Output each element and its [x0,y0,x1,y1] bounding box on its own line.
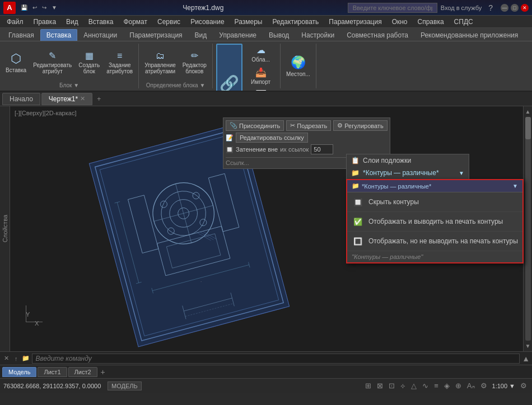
dh-item-show-print[interactable]: ✅ Отображать и выводить на печать контур… [347,212,522,232]
cmd-arrow-up-btn[interactable]: ↑ [13,355,20,362]
status-scale[interactable]: 1:100 ▼ [492,383,515,389]
doc-tab-drawing[interactable]: Чертеж1* ✕ [41,93,92,105]
ribbon-btn-import[interactable]: 📥 Импорт [245,66,277,86]
sheet-tab-model[interactable]: Модель [2,367,36,377]
cmd-close-btn[interactable]: ✕ [2,354,11,362]
dh-item-hide[interactable]: 🔲 Скрыть контуры [347,192,522,212]
doc-tab-close[interactable]: ✕ [80,95,85,102]
edit-link-button[interactable]: Редактировать ссылку [236,133,308,143]
menu-item-[interactable]: Файл [2,17,28,27]
close-button[interactable]: ✕ [521,4,529,12]
search-input[interactable] [348,3,437,13]
clip-button[interactable]: ✂ Подрезать [286,120,331,131]
doc-tab-add[interactable]: + [94,94,104,104]
ribbon-tab-7[interactable]: Настройки [295,29,340,41]
cmd-folder-btn[interactable]: 📁 [22,355,30,362]
ribbon-btn-define-attr[interactable]: ≡ Заданиеатрибутов [104,44,135,81]
ribbon-tab-6[interactable]: Вывод [263,29,295,41]
sidebar-label[interactable]: Слойства [2,215,8,242]
workspace-toggle-btn[interactable]: ⚙ [479,381,489,391]
menu-item-[interactable]: Правка [29,17,61,27]
scroll-down-btn[interactable]: ▼ [525,343,531,349]
ribbon-btn-link[interactable]: 🔗 Ссылка [216,44,242,92]
annscale-toggle-btn[interactable]: Aₙ [465,381,477,391]
menu-item-[interactable]: Вид [62,17,83,27]
menu-item-[interactable]: Окно [388,17,412,27]
status-mode-button[interactable]: МОДЕЛЬ [108,382,142,390]
maximize-button[interactable]: □ [511,4,519,12]
transparency-toggle-btn[interactable]: ◈ [442,381,451,391]
ribbon-btn-edit-attr[interactable]: ✎ Редактироватьатрибут [31,44,74,81]
ribbon-btn-create-block[interactable]: ▦ Создатьблок [76,44,102,81]
qa-more[interactable]: ▼ [50,3,59,12]
dh-item-show-print-label: Отображать и выводить на печать контуры [368,218,503,225]
settings-gear-icon[interactable]: ⚙ [519,381,529,390]
dh-item-show-noprint[interactable]: 🔳 Отображать, но не выводить на печать к… [347,232,522,251]
ribbon-tab-0[interactable]: Главная [2,29,40,41]
adjust-button[interactable]: ⚙ Регулировать [333,120,387,131]
app-logo: A [3,2,16,14]
cloud-icon: ☁ [256,45,265,55]
snap-toggle-btn[interactable]: ⊠ [375,381,385,391]
dh-item-hide-label: Скрыть контуры [368,198,419,206]
ribbon-btn-location[interactable]: 🌍 Местоп... [284,44,312,88]
dynin-toggle-btn[interactable]: ⊕ [454,381,463,391]
lineweight-toggle-btn[interactable]: ≡ [432,381,440,391]
menu-item-[interactable]: Вставка [84,17,118,27]
help-icon[interactable]: ? [488,3,493,12]
doc-tab-home[interactable]: Начало [2,93,40,105]
osnap-toggle-btn[interactable]: △ [409,381,418,391]
ribbon-btn-cloud[interactable]: ☁ Облa... [245,44,277,64]
menu-item-[interactable]: Формат [119,17,152,27]
ribbon-tab-4[interactable]: Вид [189,29,213,41]
menu-item-[interactable]: СПДС [450,17,478,27]
polar-toggle-btn[interactable]: ⟡ [399,381,407,391]
ribbon-tab-2[interactable]: Аннотации [77,29,123,41]
otrack-toggle-btn[interactable]: ∿ [421,381,430,391]
grid-toggle-btn[interactable]: ⊞ [363,381,373,391]
section-label: Ссылк... [226,159,249,166]
window-title: Чертеж1.dwg [62,4,344,12]
sheet-tab-list2[interactable]: Лист2 [68,367,97,377]
layers-header-item[interactable]: 📋 Слои подложки [347,154,469,167]
scroll-thumb[interactable] [525,117,531,139]
shade-input[interactable] [311,144,333,154]
scroll-up-btn[interactable]: ▲ [525,109,531,115]
menu-item-[interactable]: Сервис [153,17,185,27]
right-scrollbar: ▲ ▼ [523,106,532,351]
ribbon-btn-block-editor[interactable]: ✏ Редакторблоков [180,44,209,81]
menu-item-[interactable]: Редактировать [268,17,323,27]
layers-select-icon: 📁 [351,169,360,177]
layers-contours-item[interactable]: 📁 *Контуры — различные* ▼ [347,167,469,179]
link-icon: 🔗 [220,74,239,92]
menu-item-[interactable]: Справка [413,17,449,27]
ribbon-group-link: 🔗 Ссылка ☁ Облa... 📥 Импорт 📊 Данные 🔗 [213,44,281,88]
ribbon-group-define-block: 🗂 Управлениеатрибутами ✏ Редакторблоков … [139,44,213,88]
qa-redo[interactable]: ↪ [40,3,48,12]
menu-item-[interactable]: Рисование [186,17,228,27]
ribbon-btn-insert[interactable]: ⬡ Вставка [3,44,29,81]
login-button[interactable]: Вход в службу [441,4,482,11]
ribbon-tab-3[interactable]: Параметризация [123,29,188,41]
menu-item-[interactable]: Параметризация [324,17,386,27]
ribbon-tab-5[interactable]: Управление [213,29,263,41]
ribbon-tab-8[interactable]: Совместная работа [340,29,414,41]
command-input[interactable] [32,354,520,364]
qa-undo[interactable]: ↩ [31,3,39,12]
menu-item-[interactable]: Размеры [230,17,267,27]
minimize-button[interactable]: — [501,4,508,12]
ribbon-tab-9[interactable]: Рекомендованные приложения [414,29,524,41]
ribbon-tab-1[interactable]: Вставка [40,29,78,41]
sheet-tab-list1[interactable]: Лист1 [38,367,67,377]
sheet-tab-add[interactable]: + [99,368,108,376]
ortho-toggle-btn[interactable]: ⊡ [387,381,396,391]
qa-save[interactable]: 💾 [19,3,29,12]
ribbon: ⬡ Вставка ✎ Редактироватьатрибут ▦ Созда… [0,41,532,92]
cmd-submit-btn[interactable]: ▲ [522,354,530,363]
dh-header-icon: 📁 [352,182,360,190]
show-print-icon: ✅ [352,215,364,228]
attach-button[interactable]: 📎 Присоединить [226,120,284,131]
attach-icon: 📎 [230,122,237,129]
dh-item-show-noprint-label: Отображать, но не выводить на печать кон… [368,237,518,245]
ribbon-btn-manage-attr[interactable]: 🗂 Управлениеатрибутами [142,44,178,81]
